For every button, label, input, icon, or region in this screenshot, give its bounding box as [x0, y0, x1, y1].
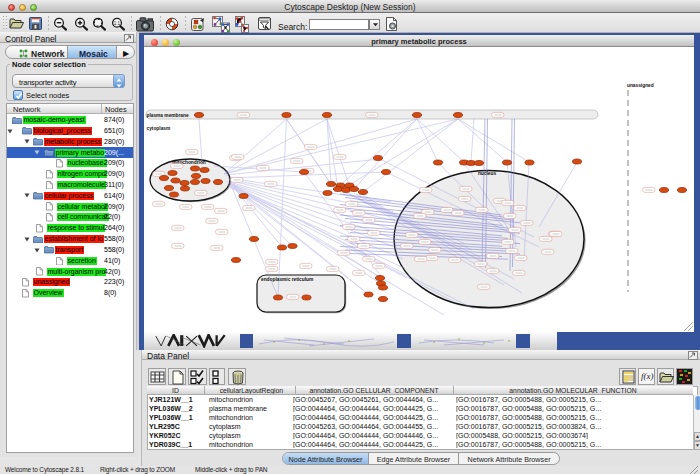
- svg-text:1:1: 1:1: [114, 21, 121, 26]
- svg-text:cytoplasm: cytoplasm: [147, 126, 171, 131]
- svg-text:unassigned: unassigned: [627, 83, 654, 88]
- svg-text:nucleus: nucleus: [478, 171, 496, 176]
- svg-text:plasma membrane: plasma membrane: [147, 113, 189, 118]
- svg-text:endoplasmic reticulum: endoplasmic reticulum: [261, 277, 313, 282]
